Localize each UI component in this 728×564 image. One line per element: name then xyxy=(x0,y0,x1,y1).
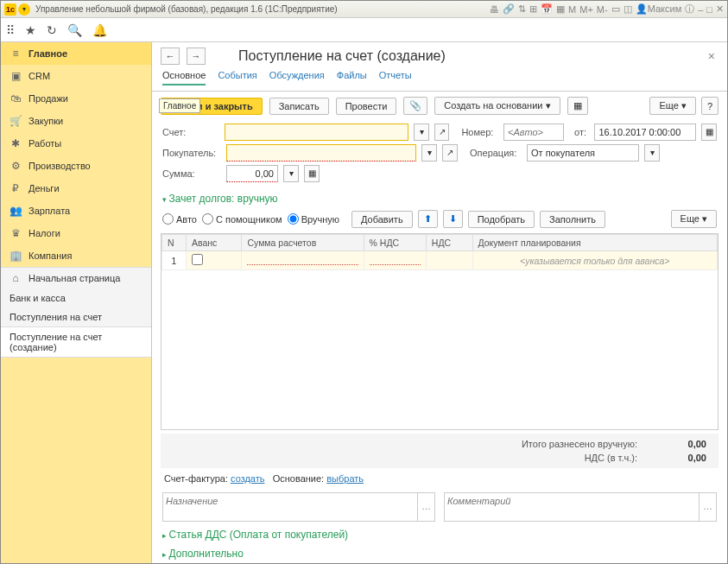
date-picker-button[interactable]: ▦ xyxy=(701,124,717,141)
buyer-input[interactable] xyxy=(226,144,416,162)
fill-button[interactable]: Заполнить xyxy=(540,211,605,228)
advance-checkbox[interactable] xyxy=(192,254,203,265)
purpose-expand[interactable]: … xyxy=(418,492,435,522)
attach-button[interactable]: 📎 xyxy=(403,97,427,115)
col-plan[interactable]: Документ планирования xyxy=(472,235,717,251)
comment-textarea[interactable] xyxy=(444,492,700,522)
sum-calc[interactable]: ▦ xyxy=(304,165,320,182)
base-pick-link[interactable]: выбрать xyxy=(326,473,364,484)
compare-icon[interactable]: ⇅ xyxy=(518,3,526,15)
sidebar-sub-home[interactable]: ⌂Начальная страница xyxy=(1,268,151,288)
cell-sum[interactable] xyxy=(242,251,364,270)
star-icon[interactable]: ★ xyxy=(25,23,36,37)
table-row[interactable]: 1 <указывается только для аванса> xyxy=(162,251,718,270)
tab-reports[interactable]: Отчеты xyxy=(379,70,412,86)
m-minus-icon[interactable]: M- xyxy=(597,4,608,15)
grid-more-button[interactable]: Еще ▾ xyxy=(671,210,717,228)
close-window-icon[interactable]: ✕ xyxy=(716,3,724,15)
apps-icon[interactable]: ⠿ xyxy=(6,23,15,37)
sidebar-item-sales[interactable]: 🛍Продажи xyxy=(1,87,151,110)
maximize-icon[interactable]: □ xyxy=(706,4,712,15)
m-plus-icon[interactable]: M+ xyxy=(579,4,593,15)
history-icon[interactable]: ↻ xyxy=(47,23,57,37)
radio-manual[interactable]: Вручную xyxy=(288,213,339,225)
bell-icon[interactable]: 🔔 xyxy=(92,23,107,37)
move-down-button[interactable]: ⬇ xyxy=(443,210,463,228)
tab-files[interactable]: Файлы xyxy=(337,70,367,86)
cell-plan[interactable]: <указывается только для аванса> xyxy=(472,251,717,270)
sidebar-item-production[interactable]: ⚙Производство xyxy=(1,155,151,177)
print-icon[interactable]: 🖶 xyxy=(490,4,499,15)
pick-button[interactable]: Подобрать xyxy=(468,211,535,228)
link-icon[interactable]: 🔗 xyxy=(503,3,515,15)
purpose-textarea[interactable] xyxy=(162,492,418,522)
info-icon[interactable]: ⓘ xyxy=(685,3,694,16)
operation-dropdown[interactable]: ▾ xyxy=(644,144,660,162)
more-button[interactable]: Еще ▾ xyxy=(649,97,695,115)
number-label: Номер: xyxy=(461,127,498,137)
schedule-icon[interactable]: ▦ xyxy=(556,3,565,15)
col-n[interactable]: N xyxy=(162,235,187,251)
tab-events[interactable]: События xyxy=(218,70,256,86)
main-toolbar: ⠿ ★ ↻ 🔍 🔔 xyxy=(1,18,727,42)
sidebar-item-taxes[interactable]: ♛Налоги xyxy=(1,222,151,244)
tab-discussions[interactable]: Обсуждения xyxy=(269,70,325,86)
buyer-dropdown[interactable]: ▾ xyxy=(421,144,437,162)
number-input[interactable] xyxy=(503,124,564,141)
section-debts[interactable]: Зачет долгов: вручную xyxy=(152,189,727,208)
col-sum[interactable]: Сумма расчетов xyxy=(242,235,364,251)
close-doc-button[interactable]: × xyxy=(708,49,715,63)
sum-dropdown[interactable]: ▾ xyxy=(283,165,299,182)
minimize-icon[interactable]: – xyxy=(698,4,703,15)
calc-icon[interactable]: ⊞ xyxy=(529,3,537,15)
sidebar-item-main[interactable]: ≡Главное xyxy=(1,42,151,65)
account-open[interactable]: ↗ xyxy=(434,124,450,141)
calendar-icon[interactable]: 📅 xyxy=(541,3,553,15)
panel-icon[interactable]: ◫ xyxy=(624,3,632,15)
sidebar-sub-receipts[interactable]: Поступления на счет xyxy=(1,307,151,326)
account-dropdown[interactable]: ▾ xyxy=(414,124,429,141)
move-up-button[interactable]: ⬆ xyxy=(418,210,438,228)
sidebar-item-crm[interactable]: ▣CRM xyxy=(1,65,151,87)
sidebar-item-purchases[interactable]: 🛒Закупки xyxy=(1,110,151,132)
col-advance[interactable]: Аванс xyxy=(187,235,242,251)
invoice-create-link[interactable]: создать xyxy=(231,473,264,484)
operation-input[interactable] xyxy=(527,144,639,162)
col-vatpct[interactable]: % НДС xyxy=(364,235,426,251)
app-logo: 1c xyxy=(4,3,16,16)
windows-icon[interactable]: ▭ xyxy=(611,3,620,15)
radio-auto[interactable]: Авто xyxy=(162,213,197,225)
radio-assist[interactable]: С помощником xyxy=(202,213,282,225)
app-menu-dropdown[interactable]: ▾ xyxy=(18,3,30,16)
sidebar-item-salary[interactable]: 👥Зарплата xyxy=(1,200,151,222)
cell-advance[interactable] xyxy=(187,251,242,270)
report-button[interactable]: ▦ xyxy=(567,97,588,115)
buyer-open[interactable]: ↗ xyxy=(442,144,458,162)
sidebar-item-works[interactable]: ✱Работы xyxy=(1,132,151,155)
date-input[interactable] xyxy=(594,124,696,141)
help-button[interactable]: ? xyxy=(701,97,719,115)
sidebar-sub-bank[interactable]: Банк и касса xyxy=(1,288,151,307)
sum-input[interactable] xyxy=(226,165,278,182)
post-button[interactable]: Провести xyxy=(336,98,397,115)
section-additional[interactable]: Дополнительно xyxy=(152,544,727,563)
search-icon[interactable]: 🔍 xyxy=(67,23,82,37)
add-row-button[interactable]: Добавить xyxy=(351,211,413,228)
nav-back-button[interactable]: ← xyxy=(161,48,180,65)
cell-vat[interactable] xyxy=(426,251,472,270)
comment-expand[interactable]: … xyxy=(700,492,717,522)
save-button[interactable]: Записать xyxy=(269,98,329,115)
sidebar-item-company[interactable]: 🏢Компания xyxy=(1,244,151,267)
account-input[interactable] xyxy=(225,124,409,141)
tab-main[interactable]: Основное xyxy=(162,70,206,86)
m-icon[interactable]: M xyxy=(568,4,576,15)
nav-forward-button[interactable]: → xyxy=(187,48,206,65)
payments-grid[interactable]: N Аванс Сумма расчетов % НДС НДС Докумен… xyxy=(161,233,719,430)
cell-vatpct[interactable] xyxy=(364,251,426,270)
user-label[interactable]: 👤Максим xyxy=(636,3,682,15)
sidebar-sub-receipt-create[interactable]: Поступление на счет (создание) xyxy=(1,326,151,358)
sidebar-item-money[interactable]: ₽Деньги xyxy=(1,177,151,200)
create-based-button[interactable]: Создать на основании ▾ xyxy=(434,97,560,115)
col-vat[interactable]: НДС xyxy=(426,235,472,251)
section-dds[interactable]: Статья ДДС (Оплата от покупателей) xyxy=(152,525,727,544)
